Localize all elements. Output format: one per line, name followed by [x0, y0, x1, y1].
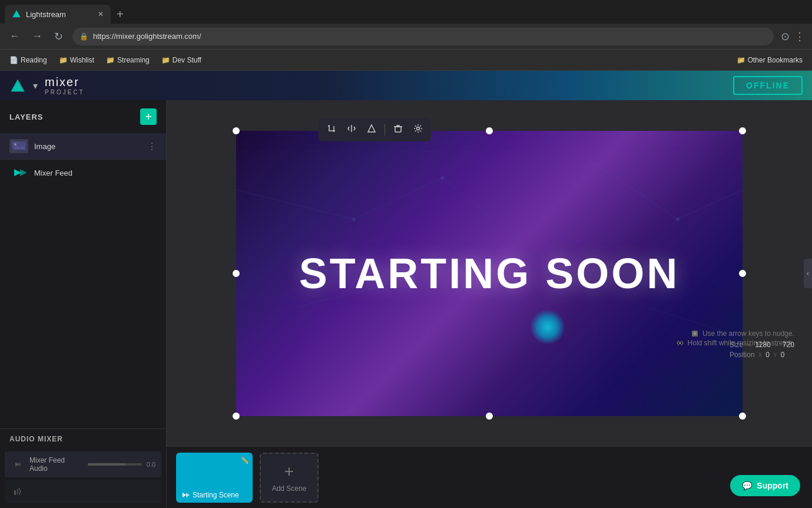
- layer-item-mixerfeed[interactable]: Mixer Feed: [0, 160, 166, 186]
- shape-tool-btn[interactable]: [364, 121, 379, 138]
- scene-canvas[interactable]: STARTING SOON: [236, 131, 743, 416]
- forward-btn[interactable]: →: [29, 28, 45, 45]
- volume-bar-1[interactable]: [88, 463, 141, 466]
- pos-label: Position: [730, 351, 755, 359]
- lock-icon: 🔒: [79, 32, 88, 41]
- svg-rect-27: [395, 127, 401, 132]
- support-label: Support: [757, 481, 788, 490]
- status-badge: OFFLINE: [733, 76, 803, 95]
- address-bar[interactable]: 🔒 https://mixer.golightstream.com/: [72, 28, 774, 45]
- app-header: ▾ mixer PROJECT OFFLINE: [0, 71, 812, 100]
- bookmark-other-label: Other Bookmarks: [748, 56, 803, 64]
- nudge-icon: [691, 329, 699, 338]
- app-logo-icon: [9, 77, 26, 94]
- layer-menu-btn-image[interactable]: ⋮: [147, 141, 157, 152]
- handle-bot-right[interactable]: [739, 413, 746, 420]
- active-tab[interactable]: Lightstream ✕: [5, 5, 111, 24]
- scene-image: STARTING SOON: [236, 131, 743, 416]
- pos-x: 0: [765, 351, 770, 359]
- scene-item-starting[interactable]: ✏️ Starting Scene: [176, 453, 253, 503]
- bookmark-wishlist[interactable]: 📁 Wishlist: [54, 54, 99, 67]
- add-scene-plus-icon: +: [284, 462, 294, 481]
- svg-point-20: [440, 176, 444, 180]
- svg-rect-11: [14, 490, 16, 495]
- add-scene-btn[interactable]: + Add Scene: [260, 453, 319, 503]
- bookmark-reading[interactable]: 📄 Reading: [5, 54, 52, 67]
- menu-icon[interactable]: ⋮: [794, 30, 805, 43]
- bookmark-wishlist-label: Wishlist: [70, 56, 94, 64]
- audio-mixer-header: AUDIO MIXER: [0, 429, 166, 449]
- app: ▾ mixer PROJECT OFFLINE LAYERS +: [0, 71, 812, 508]
- svg-line-13: [354, 178, 442, 219]
- svg-point-6: [14, 143, 16, 146]
- main-content: LAYERS + Image ⋮: [0, 100, 812, 508]
- audio-track-name-1: Mixer Feed Audio: [29, 456, 83, 473]
- handle-bot-center[interactable]: [486, 413, 493, 420]
- audio-track-vol-1: 0.0: [147, 461, 155, 468]
- canvas-area: STARTING SOON: [167, 100, 812, 508]
- handle-top-center[interactable]: [486, 127, 493, 134]
- bookmark-streaming[interactable]: 📁 Streaming: [101, 54, 154, 67]
- audio-mixer-section: AUDIO MIXER Mixer Feed Audio 0.0: [0, 428, 166, 508]
- refresh-btn[interactable]: ↻: [52, 28, 65, 45]
- svg-marker-31: [183, 493, 186, 497]
- mixer-feed-icon: [9, 166, 28, 180]
- tab-bar: Lightstream ✕ +: [0, 0, 812, 24]
- audio-track-icon-2: [11, 484, 25, 499]
- svg-marker-8: [20, 169, 27, 176]
- add-scene-label: Add Scene: [272, 484, 307, 493]
- handle-mid-left[interactable]: [233, 270, 240, 277]
- starting-soon-text: STARTING SOON: [299, 249, 680, 298]
- handle-bot-left[interactable]: [233, 413, 240, 420]
- toolbar-separator: [385, 124, 385, 136]
- tab-close-btn[interactable]: ✕: [98, 10, 104, 18]
- bookmarks-bar: 📄 Reading 📁 Wishlist 📁 Streaming 📁 Dev S…: [0, 50, 812, 71]
- audio-track-icon-1: [11, 457, 25, 471]
- bookmark-other[interactable]: 📁 Other Bookmarks: [732, 54, 807, 67]
- nudge-hint-1: Use the arrow keys to nudge.: [702, 329, 794, 338]
- stretch-icon: [676, 339, 684, 347]
- size-w: 1280: [755, 341, 771, 349]
- app-logo-text: mixer PROJECT: [45, 75, 85, 95]
- svg-marker-0: [12, 10, 20, 17]
- support-chat-icon: 💬: [742, 481, 752, 490]
- support-btn[interactable]: 💬 Support: [730, 475, 800, 496]
- handle-top-right[interactable]: [739, 127, 746, 134]
- svg-point-28: [417, 127, 420, 130]
- crop-tool-btn[interactable]: [324, 121, 339, 138]
- logo-dropdown-btn[interactable]: ▾: [33, 80, 38, 91]
- size-h-icon: ✕: [774, 342, 779, 348]
- bookmark-devstuff[interactable]: 📁 Dev Stuff: [157, 54, 206, 67]
- size-h: 720: [783, 341, 794, 349]
- profile-icon[interactable]: ⊙: [781, 30, 790, 43]
- bookmark-streaming-label: Streaming: [117, 56, 150, 64]
- svg-line-14: [442, 178, 531, 249]
- url-text: https://mixer.golightstream.com/: [93, 32, 201, 41]
- handle-mid-right[interactable]: [739, 270, 746, 277]
- new-tab-btn[interactable]: +: [112, 5, 128, 24]
- layers-header: LAYERS +: [0, 100, 166, 133]
- nav-bar: ← → ↻ 🔒 https://mixer.golightstream.com/…: [0, 24, 812, 50]
- bookmark-reading-label: Reading: [21, 56, 47, 64]
- nav-actions: ⊙ ⋮: [781, 30, 805, 43]
- scene-edit-icon[interactable]: ✏️: [240, 456, 249, 464]
- back-btn[interactable]: ←: [7, 28, 22, 45]
- layer-item-image[interactable]: Image ⋮: [0, 133, 166, 160]
- delete-tool-btn[interactable]: [391, 121, 405, 138]
- tab-title: Lightstream: [26, 10, 66, 19]
- canvas-wrapper: STARTING SOON: [167, 100, 812, 446]
- layer-name-mixerfeed: Mixer Feed: [34, 169, 157, 177]
- project-subtext: PROJECT: [45, 89, 85, 95]
- browser-chrome: Lightstream ✕ + ← → ↻ 🔒 https://mixer.go…: [0, 0, 812, 71]
- settings-tool-btn[interactable]: [411, 121, 425, 138]
- handle-top-left[interactable]: [233, 127, 240, 134]
- flip-tool-btn[interactable]: [344, 121, 359, 138]
- sidebar: LAYERS + Image ⋮: [0, 100, 167, 508]
- mixer-logo-text: mixer: [45, 75, 85, 89]
- scene-bar: ✏️ Starting Scene + Add Scene: [167, 446, 812, 508]
- svg-line-16: [589, 160, 678, 219]
- add-layer-btn[interactable]: +: [140, 108, 157, 125]
- collapse-panel-btn[interactable]: ‹: [804, 259, 812, 288]
- pos-y: 0: [781, 351, 785, 359]
- audio-track-2: [5, 480, 161, 503]
